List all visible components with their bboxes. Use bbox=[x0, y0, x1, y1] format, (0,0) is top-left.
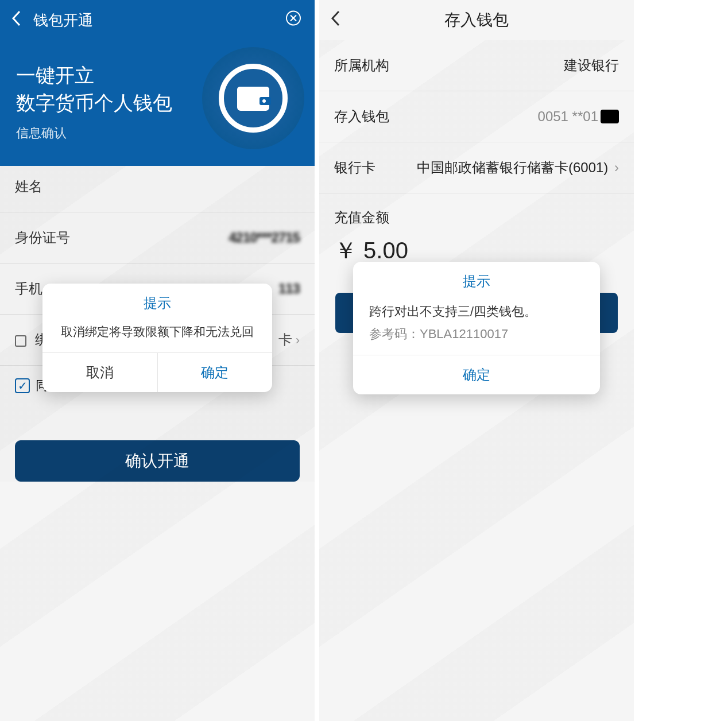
row-org: 所属机构 建设银行 bbox=[319, 40, 634, 91]
wallet-icon bbox=[202, 47, 304, 149]
alert-body: 跨行对出不支持三/四类钱包。 参考码：YBLA12110017 bbox=[353, 295, 600, 355]
wallet-label: 存入钱包 bbox=[334, 107, 389, 126]
info-block: 所属机构 建设银行 存入钱包 0051 **01 银行卡 中国邮政储蓄银行储蓄卡… bbox=[319, 40, 634, 193]
phone-value: 113 bbox=[278, 281, 300, 297]
row-wallet[interactable]: 存入钱包 0051 **01 bbox=[319, 91, 634, 142]
nav-bar: 钱包开通 bbox=[0, 0, 315, 40]
row-name[interactable]: 姓名 bbox=[0, 161, 315, 212]
id-value: 424210***271510***2715 bbox=[229, 230, 300, 246]
name-label: 姓名 bbox=[15, 177, 42, 196]
alert-title: 提示 bbox=[353, 262, 600, 295]
org-label: 所属机构 bbox=[334, 56, 389, 75]
bind-value: 卡› bbox=[278, 331, 300, 349]
screen-deposit: 存入钱包 所属机构 建设银行 存入钱包 0051 **01 银行卡 中国邮政储蓄… bbox=[319, 0, 634, 721]
alert-title: 提示 bbox=[42, 284, 272, 317]
nav-title: 存入钱包 bbox=[444, 9, 509, 31]
hero-banner: 一键开立 数字货币个人钱包 信息确认 bbox=[0, 40, 315, 166]
row-bank-card[interactable]: 银行卡 中国邮政储蓄银行储蓄卡(6001) › bbox=[319, 142, 634, 193]
alert-cancel-button[interactable]: 取消 bbox=[42, 353, 157, 392]
alert-actions: 取消 确定 bbox=[42, 352, 272, 392]
alert-ok-button[interactable]: 确定 bbox=[157, 353, 273, 392]
phone-label: 手机 bbox=[15, 280, 42, 298]
close-icon[interactable] bbox=[285, 10, 302, 31]
wallet-value: 0051 **01 bbox=[538, 108, 619, 125]
chevron-right-icon: › bbox=[296, 333, 300, 347]
svg-rect-4 bbox=[237, 87, 269, 92]
alert-dialog: 提示 取消绑定将导致限额下降和无法兑回 取消 确定 bbox=[42, 284, 272, 392]
svg-point-6 bbox=[262, 99, 266, 103]
alert-dialog: 提示 跨行对出不支持三/四类钱包。 参考码：YBLA12110017 确定 bbox=[353, 262, 600, 394]
row-id[interactable]: 身份证号 424210***271510***2715 bbox=[0, 212, 315, 263]
back-icon[interactable] bbox=[11, 10, 22, 30]
consent-checkbox[interactable]: ✓ bbox=[15, 378, 30, 393]
nav-bar: 存入钱包 bbox=[319, 0, 634, 40]
card-label: 银行卡 bbox=[334, 158, 375, 177]
card-value: 中国邮政储蓄银行储蓄卡(6001) › bbox=[417, 158, 619, 177]
confirm-open-button[interactable]: 确认开通 bbox=[15, 440, 300, 482]
id-label: 身份证号 bbox=[15, 228, 70, 247]
redaction-block bbox=[601, 110, 619, 123]
amount-label: 充值金额 bbox=[319, 193, 634, 229]
alert-body: 取消绑定将导致限额下降和无法兑回 bbox=[42, 317, 272, 352]
back-icon[interactable] bbox=[331, 10, 341, 30]
nav-title: 钱包开通 bbox=[33, 10, 93, 30]
org-value: 建设银行 bbox=[564, 56, 619, 75]
chevron-right-icon: › bbox=[614, 160, 619, 175]
alert-ok-button[interactable]: 确定 bbox=[353, 355, 600, 394]
screen-wallet-open: 钱包开通 一键开立 数字货币个人钱包 信息确认 姓名 身份证号 bbox=[0, 0, 315, 721]
